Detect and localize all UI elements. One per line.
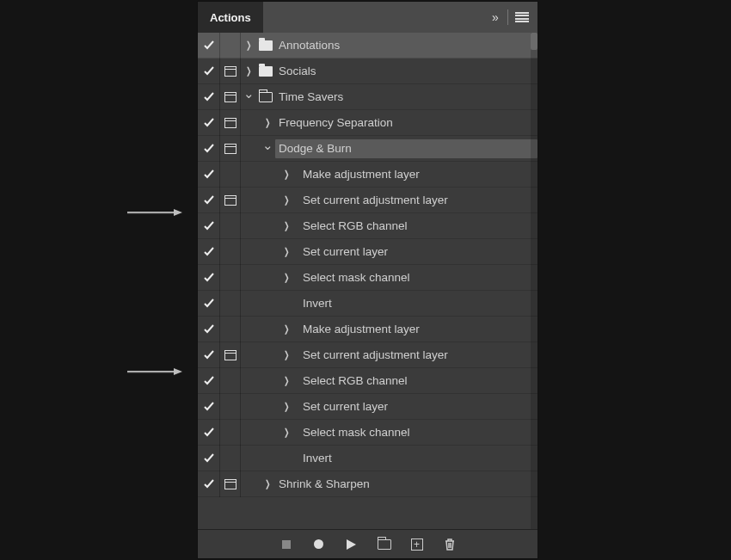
indent-spacer [241,239,279,265]
row-label: Set current layer [303,245,388,258]
toggle-enabled[interactable] [198,84,220,110]
action-row[interactable]: Annotations [198,33,538,58]
toggle-dialog[interactable] [220,368,241,394]
toggle-dialog[interactable] [220,239,241,265]
action-row[interactable]: Set current layer [198,394,538,420]
disclosure-toggle[interactable] [279,420,294,446]
play-icon [347,539,356,550]
checkmark-icon [203,246,215,258]
actions-tab[interactable]: Actions [198,2,263,33]
dialog-icon [224,195,236,206]
row-label-wrap: Dodge & Burn [275,139,538,158]
action-row[interactable]: Socials [198,58,538,84]
disclosure-toggle[interactable] [260,136,275,162]
toggle-dialog[interactable] [220,188,241,213]
toggle-dialog[interactable] [220,265,241,291]
disclosure-toggle[interactable] [279,317,294,342]
toggle-enabled[interactable] [198,368,220,394]
action-row[interactable]: Time Savers [198,84,538,110]
action-row[interactable]: Select RGB channel [198,213,538,239]
disclosure-toggle[interactable] [279,342,294,368]
toggle-enabled[interactable] [198,110,220,136]
toggle-enabled[interactable] [198,33,220,58]
toggle-dialog[interactable] [220,317,241,342]
toggle-dialog[interactable] [220,136,241,162]
new-icon [411,538,423,551]
action-row[interactable]: Shrink & Sharpen [198,471,538,497]
action-row[interactable]: Set current layer [198,239,538,265]
toggle-dialog[interactable] [220,58,241,84]
row-label: Annotations [279,39,340,52]
row-label-wrap: Invert [299,449,538,468]
action-row[interactable]: Select RGB channel [198,368,538,394]
toggle-enabled[interactable] [198,188,220,213]
disclosure-toggle[interactable] [260,471,275,497]
scrollbar-thumb[interactable] [531,33,538,50]
actions-tab-label: Actions [210,11,251,24]
disclosure-toggle[interactable] [279,394,294,420]
toggle-enabled[interactable] [198,239,220,265]
toggle-enabled[interactable] [198,213,220,239]
disclosure-toggle[interactable] [279,162,294,188]
toggle-dialog[interactable] [220,446,241,471]
action-row[interactable]: Select mask channel [198,265,538,291]
delete-button[interactable] [442,537,458,552]
toggle-dialog[interactable] [220,394,241,420]
toggle-dialog[interactable] [220,213,241,239]
checkmark-icon [203,298,215,310]
toggle-enabled[interactable] [198,342,220,368]
collapse-panel-button[interactable]: » [485,2,506,33]
toggle-enabled[interactable] [198,291,220,317]
toggle-dialog[interactable] [220,162,241,188]
toggle-enabled[interactable] [198,394,220,420]
checkmark-icon [203,117,215,129]
row-label: Make adjustment layer [303,323,420,335]
toggle-enabled[interactable] [198,471,220,497]
panel-scrollbar[interactable] [531,33,538,529]
row-label-wrap: Set current layer [299,397,538,416]
toggle-enabled[interactable] [198,136,220,162]
action-row[interactable]: Set current adjustment layer [198,188,538,213]
panel-header: Actions » [198,2,538,33]
panel-menu-button[interactable] [515,12,529,22]
play-button[interactable] [344,537,359,552]
row-label: Set current adjustment layer [303,348,448,361]
new-action-button[interactable] [409,537,425,552]
disclosure-toggle[interactable] [279,239,294,265]
record-button[interactable] [311,537,327,552]
toggle-dialog[interactable] [220,84,241,110]
toggle-dialog[interactable] [220,110,241,136]
disclosure-toggle[interactable] [241,84,256,110]
action-row[interactable]: Make adjustment layer [198,317,538,342]
toggle-dialog[interactable] [220,420,241,446]
toggle-enabled[interactable] [198,446,220,471]
disclosure-toggle[interactable] [279,368,294,394]
action-row[interactable]: Set current adjustment layer [198,342,538,368]
record-icon [314,539,323,549]
action-row[interactable]: Invert [198,291,538,317]
disclosure-toggle[interactable] [279,213,294,239]
toggle-enabled[interactable] [198,420,220,446]
toggle-enabled[interactable] [198,58,220,84]
actions-panel: Actions » AnnotationsSocialsTime SaversF… [198,2,538,558]
toggle-enabled[interactable] [198,317,220,342]
disclosure-toggle[interactable] [279,188,294,213]
toggle-dialog[interactable] [220,471,241,497]
action-row[interactable]: Select mask channel [198,420,538,446]
toggle-enabled[interactable] [198,265,220,291]
toggle-dialog[interactable] [220,291,241,317]
new-set-button[interactable] [377,537,392,552]
disclosure-toggle[interactable] [241,58,256,84]
row-label-wrap: Time Savers [275,88,538,107]
stop-button[interactable] [279,537,294,552]
action-row[interactable]: Frequency Separation [198,110,538,136]
action-row[interactable]: Invert [198,446,538,471]
disclosure-toggle[interactable] [241,33,256,58]
toggle-dialog[interactable] [220,33,241,58]
disclosure-toggle[interactable] [279,265,294,291]
action-row[interactable]: Dodge & Burn [198,136,538,162]
disclosure-toggle[interactable] [260,110,275,136]
action-row[interactable]: Make adjustment layer [198,162,538,188]
toggle-enabled[interactable] [198,162,220,188]
toggle-dialog[interactable] [220,342,241,368]
